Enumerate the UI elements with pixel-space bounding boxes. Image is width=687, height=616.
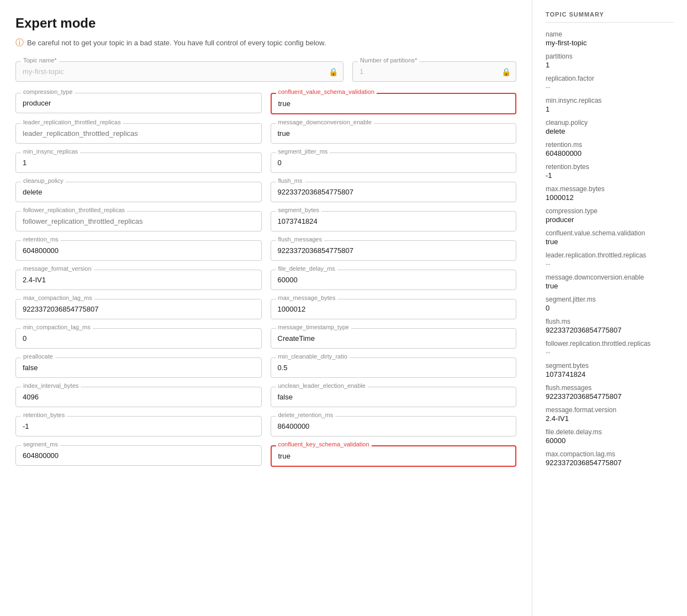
input-index_interval_bytes[interactable]: [15, 387, 262, 407]
field-compression_type[interactable]: compression_type: [15, 93, 262, 114]
field-delete_retention_ms[interactable]: delete_retention_ms: [271, 416, 517, 436]
input-segment_jitter_ms[interactable]: [271, 152, 517, 173]
label-min_cleanable_dirty_ratio: min_cleanable_dirty_ratio: [276, 353, 350, 360]
label-flush_ms: flush_ms: [276, 177, 305, 184]
topic-name-input[interactable]: [15, 61, 344, 82]
summary-key: cleanup.policy: [546, 119, 674, 127]
field-retention_ms[interactable]: retention_ms: [15, 240, 262, 261]
input-file_delete_delay_ms[interactable]: [271, 270, 517, 290]
input-follower_replication_throttled_replicas[interactable]: [15, 211, 262, 231]
field-flush_ms[interactable]: flush_ms: [271, 182, 517, 202]
input-retention_ms[interactable]: [15, 240, 262, 261]
summary-key: flush.ms: [546, 318, 674, 325]
summary-key: file.delete.delay.ms: [546, 428, 674, 436]
summary-key: name: [546, 30, 674, 38]
input-segment_ms[interactable]: [15, 445, 262, 466]
summary-value: -1: [546, 171, 674, 180]
summary-value: --: [546, 260, 674, 268]
topic-name-field[interactable]: Topic name* 🔒: [15, 61, 344, 82]
input-message_timestamp_type[interactable]: [271, 328, 517, 349]
summary-value: 1000012: [546, 193, 674, 202]
input-cleanup_policy[interactable]: [15, 182, 262, 202]
summary-item-follower-replication-throttled-replicas: follower.replication.throttled.replicas …: [546, 340, 674, 356]
label-follower_replication_throttled_replicas: follower_replication_throttled_replicas: [21, 207, 127, 213]
field-flush_messages[interactable]: flush_messages: [271, 240, 517, 261]
summary-item-message-format-version: message.format.version 2.4-IV1: [546, 406, 674, 423]
partitions-field[interactable]: Number of partitions* 🔒: [352, 61, 516, 82]
label-delete_retention_ms: delete_retention_ms: [276, 412, 336, 418]
input-leader_replication_throttled_replicas[interactable]: [15, 123, 262, 144]
label-confluent_value_schema_validation: confluent_value_schema_validation: [276, 88, 377, 95]
input-flush_ms[interactable]: [271, 182, 517, 202]
summary-key: leader.replication.throttled.replicas: [546, 251, 674, 259]
field-preallocate[interactable]: preallocate: [15, 357, 262, 378]
field-max_message_bytes[interactable]: max_message_bytes: [271, 299, 517, 319]
partitions-input[interactable]: [352, 61, 516, 82]
field-max_compaction_lag_ms[interactable]: max_compaction_lag_ms: [15, 299, 262, 319]
input-confluent_value_schema_validation[interactable]: [271, 93, 517, 114]
label-leader_replication_throttled_replicas: leader_replication_throttled_replicas: [21, 119, 123, 125]
summary-key: max.compaction.lag.ms: [546, 450, 674, 458]
field-message_downconversion_enable[interactable]: message_downconversion_enable: [271, 123, 517, 144]
label-compression_type: compression_type: [21, 88, 75, 95]
label-segment_ms: segment_ms: [21, 441, 60, 447]
field-message_timestamp_type[interactable]: message_timestamp_type: [271, 328, 517, 349]
input-retention_bytes[interactable]: [15, 416, 262, 436]
input-flush_messages[interactable]: [271, 240, 517, 261]
input-min_cleanable_dirty_ratio[interactable]: [271, 357, 517, 378]
input-compression_type[interactable]: [15, 93, 262, 113]
input-min_compaction_lag_ms[interactable]: [15, 328, 262, 349]
field-unclean_leader_election_enable[interactable]: unclean_leader_election_enable: [271, 387, 517, 407]
summary-key: follower.replication.throttled.replicas: [546, 340, 674, 348]
summary-key: retention.bytes: [546, 163, 674, 171]
label-min_insync_replicas: min_insync_replicas: [21, 148, 80, 155]
summary-item-segment-jitter-ms: segment.jitter.ms 0: [546, 296, 674, 312]
summary-value: --: [546, 83, 674, 91]
summary-key: confluent.value.schema.validation: [546, 229, 674, 237]
summary-item-max-message-bytes: max.message.bytes 1000012: [546, 185, 674, 202]
summary-value: 1: [546, 105, 674, 113]
field-min_cleanable_dirty_ratio[interactable]: min_cleanable_dirty_ratio: [271, 357, 517, 378]
field-confluent_key_schema_validation[interactable]: confluent_key_schema_validation: [271, 445, 517, 467]
label-message_timestamp_type: message_timestamp_type: [276, 324, 351, 330]
input-preallocate[interactable]: [15, 357, 262, 378]
summary-value: 9223372036854775807: [546, 392, 674, 401]
field-retention_bytes[interactable]: retention_bytes: [15, 416, 262, 436]
input-max_message_bytes[interactable]: [271, 299, 517, 319]
field-segment_bytes[interactable]: segment_bytes: [271, 211, 517, 231]
input-message_format_version[interactable]: [15, 270, 262, 290]
summary-key: max.message.bytes: [546, 185, 674, 193]
field-index_interval_bytes[interactable]: index_interval_bytes: [15, 387, 262, 407]
summary-value: 0: [546, 304, 674, 312]
field-message_format_version[interactable]: message_format_version: [15, 270, 262, 290]
summary-value: 9223372036854775807: [546, 326, 674, 334]
summary-value: true: [546, 282, 674, 290]
input-unclean_leader_election_enable[interactable]: [271, 387, 517, 407]
partitions-lock-icon: 🔒: [501, 67, 511, 76]
label-unclean_leader_election_enable: unclean_leader_election_enable: [276, 382, 368, 389]
field-segment_ms[interactable]: segment_ms: [15, 445, 262, 467]
field-min_insync_replicas[interactable]: min_insync_replicas: [15, 152, 262, 173]
summary-value: 2.4-IV1: [546, 414, 674, 423]
input-confluent_key_schema_validation[interactable]: [271, 445, 517, 467]
input-delete_retention_ms[interactable]: [271, 416, 517, 436]
field-leader_replication_throttled_replicas[interactable]: leader_replication_throttled_replicas: [15, 123, 262, 144]
field-cleanup_policy[interactable]: cleanup_policy: [15, 182, 262, 202]
field-confluent_value_schema_validation[interactable]: confluent_value_schema_validation: [271, 93, 517, 114]
label-index_interval_bytes: index_interval_bytes: [21, 382, 81, 389]
field-follower_replication_throttled_replicas[interactable]: follower_replication_throttled_replicas: [15, 211, 262, 231]
summary-item-file-delete-delay-ms: file.delete.delay.ms 60000: [546, 428, 674, 445]
label-confluent_key_schema_validation: confluent_key_schema_validation: [276, 441, 372, 447]
summary-key: flush.messages: [546, 384, 674, 392]
summary-key: partitions: [546, 52, 674, 60]
input-segment_bytes[interactable]: [271, 211, 517, 231]
page-title: Expert mode: [15, 15, 516, 31]
input-max_compaction_lag_ms[interactable]: [15, 299, 262, 319]
summary-value: 1: [546, 61, 674, 69]
field-file_delete_delay_ms[interactable]: file_delete_delay_ms: [271, 270, 517, 290]
input-min_insync_replicas[interactable]: [15, 152, 262, 173]
input-message_downconversion_enable[interactable]: [271, 123, 517, 144]
field-segment_jitter_ms[interactable]: segment_jitter_ms: [271, 152, 517, 173]
label-preallocate: preallocate: [21, 353, 55, 360]
field-min_compaction_lag_ms[interactable]: min_compaction_lag_ms: [15, 328, 262, 349]
